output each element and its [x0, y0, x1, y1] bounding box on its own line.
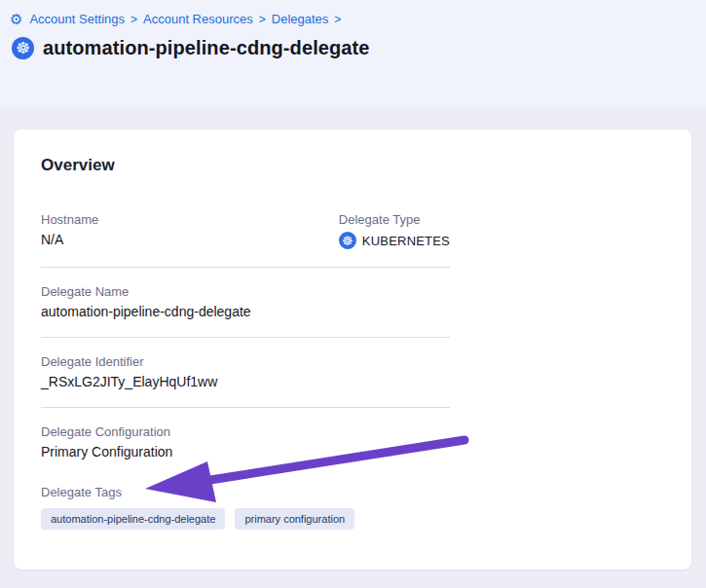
breadcrumb-account-settings[interactable]: Account Settings: [29, 12, 125, 26]
hostname-type-row: Hostname N/A Delegate Type ☸ KUBERNETES: [41, 212, 450, 249]
delegate-tags-field: Delegate Tags automation-pipeline-cdng-d…: [41, 485, 450, 530]
delegate-configuration-value: Primary Configuration: [41, 444, 450, 459]
delegate-type-value: KUBERNETES: [362, 234, 450, 248]
delegate-tags-label: Delegate Tags: [41, 485, 450, 499]
overview-card: Overview Hostname N/A Delegate Type ☸ KU…: [14, 129, 691, 570]
hostname-label: Hostname: [41, 212, 339, 227]
delegate-tags-list: automation-pipeline-cdng-delegate primar…: [41, 508, 450, 530]
delegate-configuration-label: Delegate Configuration: [41, 424, 450, 439]
delegate-type-field: Delegate Type ☸ KUBERNETES: [339, 212, 450, 249]
breadcrumb-separator: >: [130, 13, 137, 26]
kubernetes-icon: ☸: [12, 37, 34, 59]
breadcrumb: ⚙ Account Settings > Account Resources >…: [10, 12, 341, 26]
divider: [41, 407, 450, 408]
breadcrumb-separator: >: [334, 13, 341, 26]
kubernetes-icon: ☸: [339, 232, 356, 249]
delegate-tag: automation-pipeline-cdng-delegate: [41, 508, 225, 530]
page-title: automation-pipeline-cdng-delegate: [43, 37, 370, 59]
delegate-name-label: Delegate Name: [41, 284, 450, 299]
delegate-title-row: ☸ automation-pipeline-cdng-delegate: [12, 37, 370, 59]
delegate-type-label: Delegate Type: [339, 212, 450, 227]
delegate-configuration-field: Delegate Configuration Primary Configura…: [41, 424, 450, 459]
overview-heading: Overview: [41, 156, 664, 175]
divider: [41, 337, 450, 338]
breadcrumb-separator: >: [259, 13, 266, 26]
breadcrumb-account-resources[interactable]: Account Resources: [143, 12, 253, 26]
delegate-name-field: Delegate Name automation-pipeline-cdng-d…: [41, 284, 450, 319]
delegate-identifier-value: _RSxLG2JITy_ElayHqUf1ww: [41, 374, 450, 389]
divider: [41, 267, 450, 268]
delegate-identifier-field: Delegate Identifier _RSxLG2JITy_ElayHqUf…: [41, 354, 450, 389]
hostname-value: N/A: [41, 232, 339, 247]
breadcrumb-delegates[interactable]: Delegates: [272, 12, 329, 26]
delegate-tag: primary configuration: [235, 508, 354, 530]
settings-gear-icon: ⚙: [10, 12, 22, 26]
hostname-field: Hostname N/A: [41, 212, 339, 249]
delegate-name-value: automation-pipeline-cdng-delegate: [41, 304, 450, 319]
delegate-identifier-label: Delegate Identifier: [41, 354, 450, 369]
page-header: ⚙ Account Settings > Account Resources >…: [0, 0, 706, 105]
